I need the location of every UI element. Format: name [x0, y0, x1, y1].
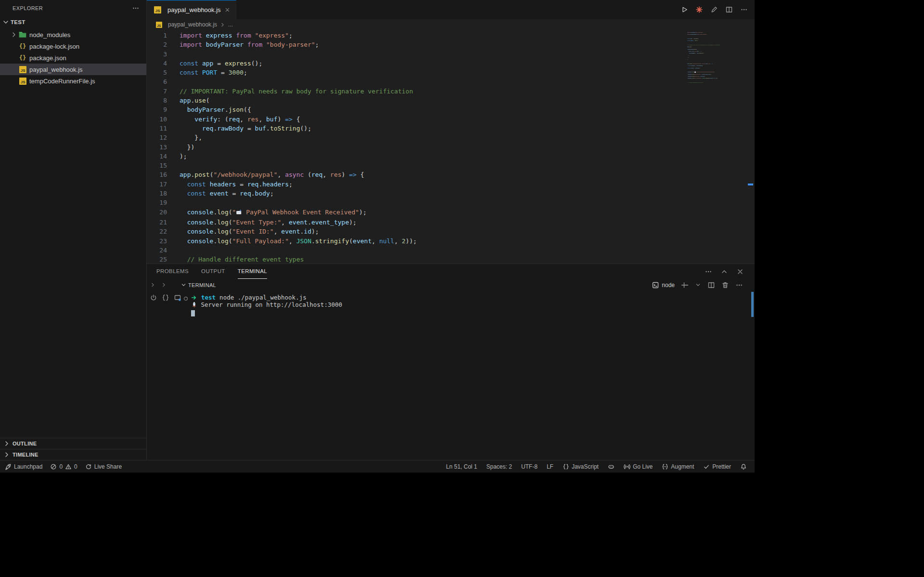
line-number: 15: [147, 161, 167, 170]
chevron-right-icon: [219, 22, 226, 28]
explorer-more-actions-icon[interactable]: [132, 4, 140, 12]
js-file-icon: JS: [154, 22, 163, 28]
code-row: 14);: [147, 152, 755, 161]
timeline-label: TIMELINE: [13, 452, 38, 458]
more-actions-icon[interactable]: [740, 6, 748, 13]
tree-item-package-lock-json[interactable]: {}package-lock.json: [0, 40, 146, 52]
terminal-process-name: node: [662, 282, 675, 288]
code-line: console.log("Event Type:", event.event_t…: [180, 218, 357, 227]
code-row: 19: [147, 198, 755, 207]
tree-item-paypal-webhook-js[interactable]: JSpaypal_webhook.js: [0, 64, 146, 75]
more-actions-icon[interactable]: [705, 268, 712, 275]
status-prettier[interactable]: Prettier: [703, 463, 731, 470]
breadcrumb-file[interactable]: paypal_webhook.js: [168, 21, 217, 28]
new-terminal-icon[interactable]: [681, 281, 689, 289]
code-line: console.log(" PayPal Webhook Event Recei…: [180, 208, 367, 218]
close-icon[interactable]: [224, 7, 231, 13]
status-encoding[interactable]: UTF-8: [521, 463, 538, 470]
tab-bar: JS paypal_webhook.js: [147, 0, 755, 19]
error-count: 0: [59, 463, 63, 470]
code-row: 15: [147, 161, 755, 170]
panel-tab-problems[interactable]: PROBLEMS: [156, 264, 189, 279]
code-line: );: [180, 152, 187, 161]
breadcrumb-more[interactable]: ...: [228, 21, 233, 28]
code-row: 1import express from "express";: [147, 31, 755, 40]
tree-item-node-modules[interactable]: node_modules: [0, 29, 146, 40]
status-bar: Launchpad 0 0 Live Share Ln 51, Col 1 Sp…: [0, 460, 755, 472]
split-terminal-icon[interactable]: [707, 281, 715, 289]
code-line: import bodyParser from "body-parser";: [180, 40, 319, 49]
status-notifications[interactable]: [740, 463, 747, 470]
close-panel-icon[interactable]: [736, 268, 744, 275]
code-editor[interactable]: 1import express from "express";2import b…: [147, 30, 755, 263]
code-row: 22 console.log("Event ID:", event.id);: [147, 227, 755, 236]
line-number: 8: [147, 96, 167, 105]
extension-burst-icon[interactable]: [695, 6, 703, 13]
terminal-title: TERMINAL: [188, 282, 216, 288]
more-actions-icon[interactable]: [735, 281, 743, 289]
command-decoration-icon[interactable]: [183, 295, 188, 302]
warning-icon: [65, 463, 72, 470]
panel-tab-output[interactable]: OUTPUT: [201, 264, 225, 279]
code-row: 20 console.log(" PayPal Webhook Event Re…: [147, 208, 755, 218]
js-file-icon: JS: [153, 6, 162, 13]
terminal-section-label[interactable]: TERMINAL: [180, 282, 216, 288]
js-file-icon: JS: [18, 66, 27, 73]
chevron-right-icon[interactable]: [150, 282, 156, 288]
line-number: 21: [147, 218, 167, 227]
panel-tab-terminal[interactable]: TERMINAL: [238, 264, 267, 279]
tree-item-package-json[interactable]: {}package.json: [0, 52, 146, 64]
terminal-command-line: testnode ./paypal_webhook.js: [191, 294, 755, 301]
terminal-command: node ./paypal_webhook.js: [219, 294, 307, 301]
pen-icon[interactable]: [710, 6, 718, 13]
status-launchpad[interactable]: Launchpad: [5, 463, 42, 470]
file-name: paypal_webhook.js: [29, 66, 83, 73]
maximize-panel-icon[interactable]: [720, 268, 728, 275]
workspace-section-header[interactable]: TEST: [0, 16, 146, 28]
chevron-right-icon[interactable]: [161, 282, 167, 288]
code-line: verify: (req, res, buf) => {: [180, 115, 300, 124]
status-problems[interactable]: 0 0: [50, 463, 77, 470]
status-indentation[interactable]: Spaces: 2: [487, 463, 512, 470]
launchpad-label: Launchpad: [14, 463, 42, 470]
breadcrumb[interactable]: JS paypal_webhook.js ...: [147, 19, 755, 30]
folder-file-icon: [18, 30, 27, 39]
minimap[interactable]: import express from "express";import bod…: [687, 32, 725, 84]
chevron-down-icon[interactable]: [695, 282, 701, 288]
terminal[interactable]: testnode ./paypal_webhook.js Server runn…: [147, 291, 755, 316]
prompt-cwd: test: [201, 294, 216, 301]
status-copilot[interactable]: [608, 463, 615, 470]
code-row: 7// IMPORTANT: PayPal needs raw body for…: [147, 87, 755, 96]
run-file-icon[interactable]: [680, 6, 688, 13]
line-number: 5: [147, 68, 167, 77]
editor-area: JS paypal_webhook.js JS paypal_webhook.j…: [147, 0, 755, 460]
language-label: JavaScript: [572, 463, 599, 470]
code-line: const event = req.body;: [180, 189, 274, 198]
code-line: const PORT = 3000;: [180, 68, 247, 77]
augment-label: Augment: [671, 463, 694, 470]
status-live-share[interactable]: Live Share: [85, 463, 122, 470]
terminal-scrollbar[interactable]: [751, 292, 754, 317]
line-number: 23: [147, 236, 167, 246]
code-line: console.log("Event ID:", event.id);: [180, 227, 319, 236]
chevron-right-icon: [3, 440, 11, 447]
code-row: 21 console.log("Event Type:", event.even…: [147, 218, 755, 227]
code-row: 3: [147, 50, 755, 59]
tab-paypal-webhook[interactable]: JS paypal_webhook.js: [147, 0, 236, 19]
terminal-process-badge[interactable]: node: [652, 281, 675, 289]
kill-terminal-icon[interactable]: [721, 281, 729, 289]
terminal-header: TERMINAL node: [147, 279, 755, 291]
line-number: 1: [147, 31, 167, 40]
status-augment[interactable]: Augment: [662, 463, 694, 470]
tab-label: paypal_webhook.js: [167, 6, 221, 13]
status-line-col[interactable]: Ln 51, Col 1: [446, 463, 477, 470]
status-language[interactable]: JavaScript: [563, 463, 599, 470]
split-editor-icon[interactable]: [725, 6, 733, 13]
outline-section[interactable]: OUTLINE: [0, 438, 146, 449]
status-eol[interactable]: LF: [547, 463, 553, 470]
timeline-section[interactable]: TIMELINE: [0, 449, 146, 460]
tree-item-tempcoderunnerfile-js[interactable]: JStempCodeRunnerFile.js: [0, 75, 146, 87]
status-go-live[interactable]: Go Live: [624, 463, 653, 470]
code-row: 4const app = express();: [147, 59, 755, 68]
code-row: 5const PORT = 3000;: [147, 68, 755, 77]
